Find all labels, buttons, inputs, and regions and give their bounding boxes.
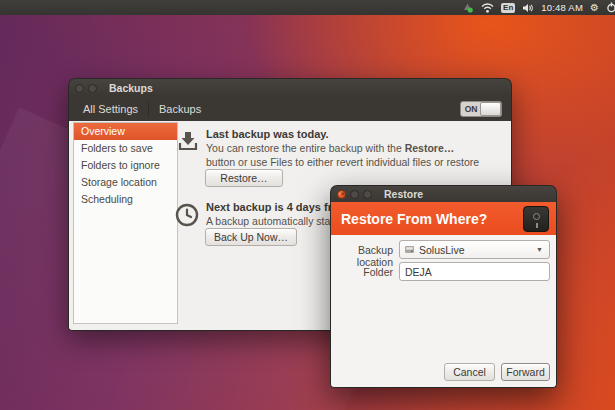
dropdown-arrow-icon: ▼: [536, 246, 545, 253]
backup-save-icon: [177, 130, 199, 152]
switch-handle[interactable]: [480, 102, 501, 116]
restore-button[interactable]: Restore…: [205, 169, 283, 187]
restore-heading: Restore From Where?: [331, 211, 487, 227]
sync-status-icon[interactable]: [461, 2, 474, 13]
backups-menubar: All Settings Backups ON: [68, 97, 512, 121]
backup-location-dropdown[interactable]: SolusLive ▼: [399, 240, 550, 259]
forward-button[interactable]: Forward: [501, 363, 550, 381]
minimize-button[interactable]: [88, 84, 97, 93]
desktop-wallpaper: En 10:48 AM ⚙ Backups All Settings Backu…: [0, 0, 615, 410]
volume-icon[interactable]: [522, 3, 534, 13]
backups-titlebar[interactable]: Backups: [68, 78, 512, 97]
desc-text-restore-bold: Restore…: [405, 142, 455, 154]
wifi-icon[interactable]: [481, 3, 494, 13]
folder-input[interactable]: [399, 262, 550, 281]
restore-titlebar[interactable]: Restore: [330, 185, 557, 202]
sidebar-item-scheduling[interactable]: Scheduling: [74, 191, 177, 208]
backup-location-value: SolusLive: [419, 244, 532, 256]
keyboard-layout-indicator[interactable]: En: [501, 3, 515, 13]
safe-dial: [533, 213, 540, 220]
minimize-button[interactable]: [350, 190, 359, 199]
folder-label: Folder: [331, 266, 393, 278]
close-button[interactable]: [337, 190, 346, 199]
menu-item-all-settings[interactable]: All Settings: [77, 97, 144, 121]
switch-on-label: ON: [461, 102, 481, 116]
restore-header-banner: Restore From Where?: [330, 202, 557, 235]
cancel-button[interactable]: Cancel: [444, 363, 495, 381]
backup-location-label: Backup location: [331, 244, 393, 268]
back-up-now-button[interactable]: Back Up Now…: [205, 228, 297, 246]
maximize-button[interactable]: [363, 190, 372, 199]
sidebar-item-overview[interactable]: Overview: [74, 123, 177, 140]
safe-handle: [536, 223, 538, 228]
window-title: Backups: [109, 82, 153, 94]
sidebar-item-folders-to-save[interactable]: Folders to save: [74, 140, 177, 157]
clock-icon: [175, 203, 199, 227]
sidebar-item-folders-to-ignore[interactable]: Folders to ignore: [74, 157, 177, 174]
restore-dialog: Restore Restore From Where? Backup locat…: [330, 185, 557, 388]
clock-label[interactable]: 10:48 AM: [541, 2, 583, 13]
gear-menu-icon[interactable]: ⚙: [590, 3, 599, 13]
menu-item-backups[interactable]: Backups: [153, 97, 207, 121]
menu-separator: [148, 101, 149, 117]
safe-icon: [523, 206, 549, 232]
dialog-title: Restore: [384, 188, 423, 200]
desc-text-pre: You can restore the entire backup with t…: [206, 142, 405, 154]
last-backup-title: Last backup was today.: [206, 128, 329, 140]
close-button[interactable]: [75, 84, 84, 93]
session-power-icon[interactable]: [606, 2, 615, 13]
restore-dialog-body: Backup location SolusLive ▼ Folder Cance…: [330, 235, 557, 388]
backups-sidebar: Overview Folders to save Folders to igno…: [73, 122, 178, 324]
backup-power-switch[interactable]: ON: [460, 101, 502, 117]
drive-icon: [404, 244, 415, 255]
system-top-bar: En 10:48 AM ⚙: [0, 0, 615, 15]
sidebar-item-storage-location[interactable]: Storage location: [74, 174, 177, 191]
